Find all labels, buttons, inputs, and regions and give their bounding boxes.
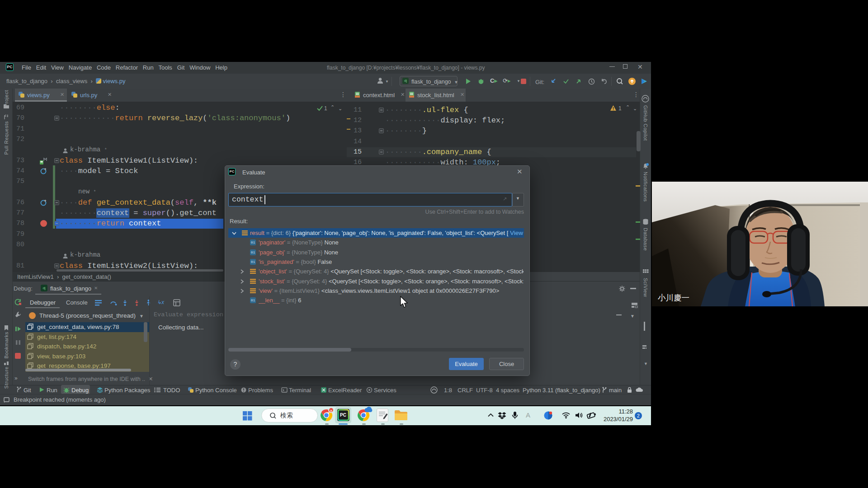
svg-text:小川慶一: 小川慶一	[658, 293, 689, 302]
svg-text:PC: PC	[340, 413, 346, 418]
